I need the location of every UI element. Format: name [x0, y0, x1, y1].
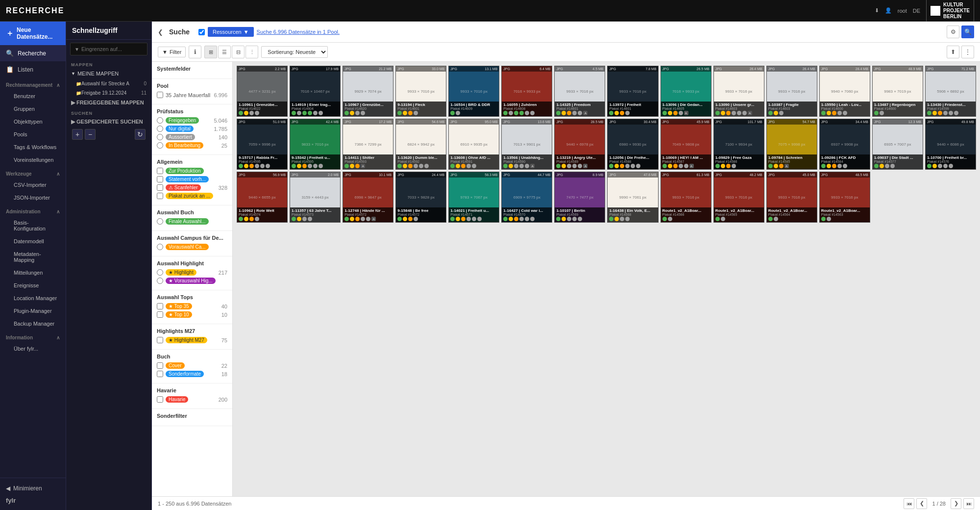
sonderformate-checkbox[interactable] — [157, 371, 163, 377]
allgemein-checkbox[interactable] — [157, 193, 163, 199]
grid-item[interactable]: JPG 61.3 MB 9933 × 7016 px Route1_v2_A1B… — [661, 172, 711, 223]
highlight-item[interactable]: ★ Highlight 217 — [157, 269, 227, 276]
add-map-button[interactable]: + — [72, 129, 83, 140]
next-page-button[interactable]: ❯ — [951, 498, 961, 509]
grid-item[interactable]: JPG 26.5 MB 7016 × 9933 px 1-13096 | Die… — [661, 66, 711, 117]
allgemein-checkbox[interactable] — [157, 168, 163, 174]
allgemein-produktion[interactable]: Zur Produktion — [157, 168, 227, 174]
cover-item[interactable]: Cover 22 — [157, 362, 227, 369]
meine-mappen-header[interactable]: ▼ MEINE MAPPEN — [66, 68, 151, 79]
vorauswahl-highlight-item[interactable]: ★ Vorauswahl Hig... — [157, 278, 227, 284]
pruefstatus-nur-digital[interactable]: Nur digital 1.785 — [157, 126, 227, 132]
section-administration[interactable]: Administration ∧ — [0, 204, 66, 216]
collapse-panel-button[interactable]: ❮ — [158, 28, 163, 36]
grid-item[interactable]: JPG 54.7 MB 7075 × 9998 px 1-09784 | Sch… — [766, 119, 817, 170]
grid-item[interactable]: JPG 13.6 MB 7013 × 9901 px 1-13566 | Una… — [501, 119, 552, 170]
grid-item[interactable]: JPG 54.6 MB 6824 × 9942 px 1-13620 | Dum… — [395, 119, 446, 170]
new-record-button[interactable]: ＋ Neue Datensätze... — [0, 22, 66, 45]
freigegebene-mappen-header[interactable]: ▶ FREIGEGEBENE MAPPEN — [66, 98, 151, 107]
havarie-checkbox[interactable] — [157, 396, 163, 403]
cover-checkbox[interactable] — [157, 362, 163, 369]
refresh-map-button[interactable]: ↻ — [135, 129, 146, 140]
allgemein-checkbox[interactable] — [157, 184, 163, 191]
mappe-freigabe[interactable]: 📁 Freigabe 19.12.2024 11 — [66, 88, 151, 98]
grid-item[interactable]: JPG 12.3 MB 6935 × 7007 px 1-09037 | Die… — [872, 119, 923, 170]
pruefstatus-radio[interactable] — [157, 134, 163, 140]
pruefstatus-radio[interactable] — [157, 117, 163, 124]
sidebar-item-csv-importer[interactable]: CSV-Importer — [0, 178, 66, 191]
grid-item[interactable]: JPG 17.9 MB 7016 × 10467 px 1-14919 | Ei… — [290, 66, 341, 117]
sidebar-item-plugin-manager[interactable]: Plugin-Manager — [0, 305, 66, 317]
list-view-button[interactable]: ☰ — [218, 46, 231, 58]
ressourcen-button[interactable]: Ressourcen ▼ — [208, 27, 254, 37]
grid-item[interactable]: JPG 26.4 MB 9933 × 7016 px 1-13090 | Uns… — [713, 66, 764, 117]
sidebar-item-datenmodell[interactable]: Datenmodell — [0, 235, 66, 248]
pruefstatus-in-bearbeitung[interactable]: In Bearbeitung 25 — [157, 142, 227, 149]
pruefstatus-aussortiert[interactable]: Aussortiert 140 — [157, 134, 227, 140]
grid-item[interactable]: JPG 26.4 MB 9933 × 7016 px 1-10387 | Fra… — [766, 66, 817, 117]
sidebar-item-recherche[interactable]: 🔍 Recherche — [0, 45, 66, 61]
sidebar-item-ueber-fylr[interactable]: Über fylr... — [0, 342, 66, 355]
grid-item[interactable]: JPG 44.7 MB 6909 × 9775 px 1-16427 | Col… — [501, 172, 552, 223]
sidebar-item-pools[interactable]: Pools — [0, 128, 66, 141]
auswahl-campus-vorauswahl[interactable]: Vorauswahl Ca... — [157, 244, 227, 250]
gespeicherte-suchen-header[interactable]: ▶ GESPEICHERTE SUCHEN — [66, 117, 151, 126]
buch-radio[interactable] — [157, 218, 163, 225]
grid-item[interactable]: JPG 56.9 MB 9440 × 6655 px 1-10962 | Rot… — [237, 172, 288, 223]
highlight-m27-checkbox[interactable] — [157, 337, 163, 343]
sidebar-item-benutzer[interactable]: Benutzer — [0, 90, 66, 102]
section-werkzeuge[interactable]: Werkzeuge ∧ — [0, 166, 66, 178]
sidebar-item-location-manager[interactable]: Location Manager — [0, 292, 66, 305]
grid-item[interactable]: JPG 71.2 MB 5906 × 6892 px 1-13430 | Fri… — [925, 66, 976, 117]
sidebar-item-gruppen[interactable]: Gruppen — [0, 102, 66, 115]
sidebar-item-metadaten-mapping[interactable]: Metadaten-Mapping — [0, 248, 66, 266]
grid-item[interactable]: JPG 2.2 MB 4477 × 3231 px 1-10961 | Gren… — [237, 66, 288, 117]
grid-item[interactable]: JPG 58.3 MB 9783 × 7067 px 1-14021 | Fre… — [448, 172, 499, 223]
grid-item[interactable]: JPG 45.9 MB 7049 × 9808 px 1-10069 | HEY… — [661, 119, 711, 170]
section-rechtemanagement[interactable]: Rechtemanagement ∧ — [0, 77, 66, 90]
grid-item[interactable]: JPG 7.8 MB 9933 × 7016 px 1-13972 | Frei… — [607, 66, 658, 117]
highlight-m27-item[interactable]: ★ Highlight M27 75 — [157, 337, 227, 343]
grid-item[interactable]: JPG 48.9 MB 9983 × 7019 px 1-13487 | Reg… — [872, 66, 923, 117]
grid-item[interactable]: JPG 47.6 MB 9990 × 7061 px 1-16438 | Ein… — [607, 172, 658, 223]
grid-item[interactable]: JPG 4.5 MB 9933 × 7016 px 1-14325 | Free… — [554, 66, 605, 117]
more-view-button[interactable]: ⋮ — [245, 46, 258, 58]
grid-item[interactable]: JPG 28.5 MB 9440 × 6978 px 1-13219 | Ang… — [554, 119, 605, 170]
sonderformate-item[interactable]: Sonderformate 18 — [157, 371, 227, 377]
grid-item[interactable]: JPG 42.4 MB 9833 × 7016 px 9-15342 | Fre… — [290, 119, 341, 170]
grid-item[interactable]: JPG 28.4 MB 9940 × 7060 px 1-15550 | Lea… — [819, 66, 870, 117]
settings-icon-button[interactable]: ⚙ — [947, 26, 959, 38]
search-result-info[interactable]: Suche 6.996 Datensätze in 1 Pool. — [257, 29, 340, 35]
auswahl-buch-finale[interactable]: Finale Auswahl... — [157, 218, 227, 225]
grid-item[interactable]: JPG 95.0 MB 6910 × 9935 px 1-13608 | Ohn… — [448, 119, 499, 170]
minimize-button[interactable]: ◀ Minimieren — [6, 482, 60, 495]
grid-item[interactable]: JPG 6.4 MB 7016 × 9933 px 1-16055 | Zuhö… — [501, 66, 552, 117]
allgemein-checkbox[interactable] — [157, 176, 163, 182]
grid-item[interactable]: JPG 13.1 MB 9933 × 7016 px 1-16534 | BRD… — [448, 66, 499, 117]
sidebar-item-listen[interactable]: 📋 Listen — [0, 61, 66, 77]
sidebar-item-tags-workflows[interactable]: Tags & Workflows — [0, 141, 66, 153]
sidebar-item-backup-manager[interactable]: Backup Manager — [0, 317, 66, 330]
grid-item[interactable]: JPG 34.4 MB 6937 × 9908 px 1-09286 | FCK… — [819, 119, 870, 170]
grid-item[interactable]: JPG 33.0 MB 9933 × 7016 px 9-13194 | Fle… — [395, 66, 446, 117]
prev-page-button[interactable]: ❮ — [916, 498, 927, 509]
grid-item[interactable]: JPG 24.4 MB 7033 × 9828 px 9-15848 | Be … — [395, 172, 446, 223]
more-options-button[interactable]: ⋮ — [961, 46, 974, 58]
top35-item[interactable]: ★ Top 35 40 — [157, 303, 227, 309]
grid-item[interactable]: JPG 51.0 MB 7059 × 9996 px 9-15717 | Rab… — [237, 119, 288, 170]
pool-checkbox[interactable] — [157, 92, 163, 98]
highlight-radio[interactable] — [157, 269, 163, 276]
pruefstatus-radio[interactable] — [157, 126, 163, 132]
grid-item[interactable]: JPG 10.1 MB 6998 × 9847 px 1-12748 | Hän… — [343, 172, 393, 223]
sidebar-item-json-importer[interactable]: JSON-Importer — [0, 191, 66, 204]
last-page-button[interactable]: ⏭ — [963, 498, 974, 509]
grid-item[interactable]: JPG 2.0 MB 3159 × 4443 px 1-11357 | 63 J… — [290, 172, 341, 223]
sidebar-item-mitteilungen[interactable]: Mitteilungen — [0, 266, 66, 279]
pruefstatus-radio[interactable] — [157, 142, 163, 149]
grid-view-button[interactable]: ⊞ — [204, 46, 217, 58]
sidebar-item-voreinstellungen[interactable]: Voreinstellungen — [0, 153, 66, 166]
first-page-button[interactable]: ⏮ — [904, 498, 914, 509]
search-button[interactable]: 🔍 — [961, 26, 974, 38]
grid-item[interactable]: JPG 48.2 MB 9933 × 7016 px Route1_v2_A1B… — [713, 172, 764, 223]
quick-search-input[interactable] — [81, 46, 143, 52]
